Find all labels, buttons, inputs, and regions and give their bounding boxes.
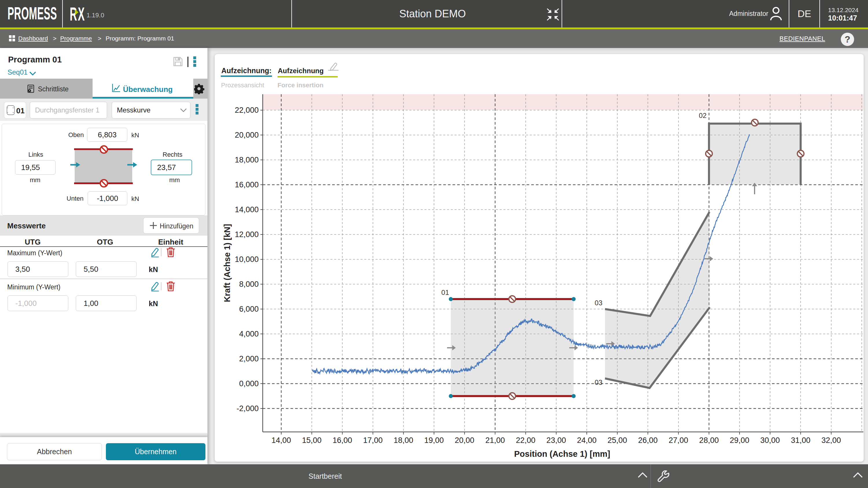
svg-text:32,00: 32,00: [822, 436, 841, 445]
svg-text:19,00: 19,00: [424, 436, 444, 445]
svg-text:Position (Achse 1) [mm]: Position (Achse 1) [mm]: [514, 449, 610, 458]
svg-text:23,00: 23,00: [547, 436, 566, 445]
svg-text:14,000: 14,000: [235, 205, 259, 214]
svg-text:15,00: 15,00: [302, 436, 322, 445]
svg-text:27,00: 27,00: [669, 436, 688, 445]
svg-text:-2,000: -2,000: [237, 404, 259, 413]
svg-text:16,000: 16,000: [235, 181, 259, 189]
svg-text:0,000: 0,000: [239, 379, 259, 388]
svg-text:12,000: 12,000: [235, 230, 259, 239]
svg-text:30,00: 30,00: [761, 436, 780, 445]
svg-text:02: 02: [699, 111, 707, 120]
svg-text:31,00: 31,00: [791, 436, 810, 445]
svg-text:20,000: 20,000: [235, 131, 259, 139]
svg-text:29,00: 29,00: [730, 436, 749, 445]
svg-text:17,00: 17,00: [363, 436, 383, 445]
svg-text:18,000: 18,000: [235, 156, 259, 164]
svg-text:03: 03: [595, 379, 602, 386]
svg-text:25,00: 25,00: [608, 436, 627, 445]
svg-text:01: 01: [441, 289, 449, 296]
svg-text:18,00: 18,00: [394, 436, 413, 445]
svg-text:6,000: 6,000: [239, 305, 259, 314]
svg-text:24,00: 24,00: [577, 436, 597, 445]
svg-text:28,00: 28,00: [699, 436, 719, 445]
svg-text:21,00: 21,00: [485, 436, 505, 445]
svg-text:22,00: 22,00: [516, 436, 535, 445]
svg-text:4,000: 4,000: [239, 330, 259, 338]
svg-text:Kraft (Achse 1) [kN]: Kraft (Achse 1) [kN]: [222, 224, 232, 302]
svg-text:16,00: 16,00: [333, 436, 352, 445]
svg-text:10,000: 10,000: [235, 255, 259, 264]
svg-text:2,000: 2,000: [239, 354, 259, 363]
svg-text:8,000: 8,000: [239, 280, 259, 289]
svg-text:20,00: 20,00: [455, 436, 474, 445]
svg-text:14,00: 14,00: [271, 436, 291, 445]
svg-text:03: 03: [595, 299, 602, 307]
svg-text:22,000: 22,000: [235, 106, 259, 115]
svg-text:26,00: 26,00: [638, 436, 658, 445]
